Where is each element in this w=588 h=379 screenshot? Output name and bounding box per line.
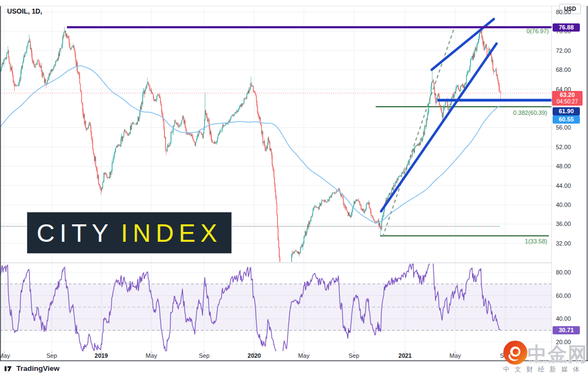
price-tick-label: 56.00 bbox=[556, 124, 584, 131]
price-axis-badge: 76.88 bbox=[553, 23, 580, 32]
time-tick-label: Sep bbox=[348, 351, 359, 360]
fib-level-label: 0.382(60.39) bbox=[476, 109, 547, 117]
price-tick-label: 80.00 bbox=[556, 8, 584, 16]
price-axis-badge: 60.55 bbox=[553, 115, 580, 124]
fib-level-label: 0(76.97) bbox=[478, 27, 549, 35]
time-tick-label: May bbox=[0, 351, 10, 360]
tradingview-logo-icon bbox=[4, 365, 14, 372]
price-tick-label: 36.00 bbox=[556, 220, 584, 228]
price-tick-label: 48.00 bbox=[556, 162, 584, 170]
price-chart-svg[interactable] bbox=[0, 0, 588, 379]
symbol-timeframe-label[interactable]: USOIL, 1D, bbox=[7, 8, 42, 15]
rsi-tick-label: 60.00 bbox=[556, 292, 584, 299]
time-tick-label: Sep bbox=[46, 351, 57, 360]
fib-retracement-lines[interactable] bbox=[0, 27, 552, 236]
trendline-drawings[interactable] bbox=[0, 19, 552, 237]
time-tick-label: 2020 bbox=[248, 351, 261, 360]
price-axis-badge: 61.90 bbox=[553, 107, 580, 115]
fib-level-label: 1(33.58) bbox=[476, 237, 547, 245]
city-index-watermark: CITY INDEX bbox=[27, 212, 231, 253]
price-tick-label: 68.00 bbox=[556, 66, 584, 74]
time-tick-label: May bbox=[298, 351, 310, 360]
rsi-tick-label: 40.00 bbox=[556, 315, 584, 322]
tradingview-chart-widget: USOIL, 1D, USD 80.0076.0072.0068.0064.00… bbox=[0, 0, 588, 379]
time-tick-label: 2021 bbox=[399, 351, 412, 360]
moving-average-line[interactable] bbox=[0, 66, 500, 223]
rsi-pane[interactable] bbox=[0, 259, 552, 360]
last-price-countdown-badge: 63.2004:50:27 bbox=[552, 91, 583, 106]
time-tick-label: 2019 bbox=[95, 351, 108, 360]
tradingview-attribution[interactable]: TradingView bbox=[4, 364, 59, 372]
cngold-logo-icon bbox=[503, 340, 528, 365]
tradingview-label: TradingView bbox=[16, 364, 59, 372]
time-tick-label: May bbox=[450, 351, 461, 360]
price-tick-label: 44.00 bbox=[556, 182, 584, 190]
city-index-word-index: INDEX bbox=[121, 218, 222, 248]
rsi-tick-label: 80.00 bbox=[556, 268, 584, 276]
price-axis-badge: 30.71 bbox=[553, 326, 580, 334]
price-tick-label: 52.00 bbox=[556, 143, 584, 151]
price-tick-label: 72.00 bbox=[556, 47, 584, 54]
city-index-word-city: CITY bbox=[36, 218, 113, 248]
cngold-domain-text: CNGOLD.COM.CN bbox=[529, 358, 585, 364]
time-tick-label: May bbox=[146, 351, 157, 360]
candle-bodies-down bbox=[1, 29, 501, 312]
cngold-tagline-text: 中 文 财 经 新 媒 体 bbox=[503, 365, 581, 374]
price-tick-label: 40.00 bbox=[556, 201, 584, 209]
candle-bodies-up bbox=[1, 29, 497, 312]
price-tick-label: 32.00 bbox=[556, 240, 584, 247]
time-tick-label: Sep bbox=[199, 351, 210, 360]
